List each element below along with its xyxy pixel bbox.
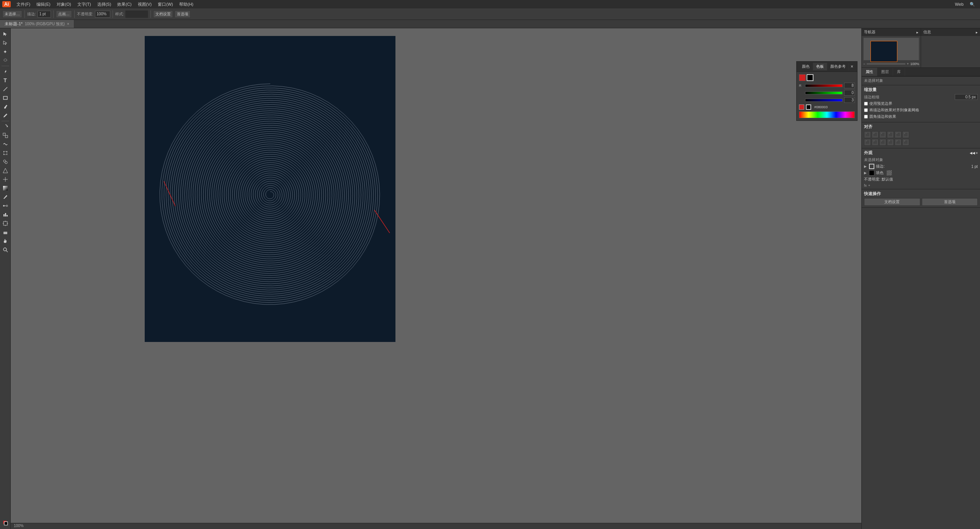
hex-value: #080003 — [814, 105, 828, 109]
rotate-tool[interactable] — [1, 122, 10, 131]
color-guide-tab[interactable]: 颜色参考 — [827, 63, 849, 70]
warp-tool[interactable] — [1, 140, 10, 148]
pencil-tool[interactable] — [1, 111, 10, 120]
search-web[interactable]: Web — [952, 1, 966, 7]
fill-indicator[interactable] — [799, 104, 804, 110]
menu-select[interactable]: 选择(S) — [95, 1, 114, 8]
navigator-header[interactable]: 导航器 ▸ — [862, 28, 921, 36]
selection-tool[interactable] — [1, 30, 10, 38]
opacity-input[interactable] — [95, 11, 110, 18]
menu-type[interactable]: 文字(T) — [75, 1, 94, 8]
navigator-zoom-slider[interactable] — [867, 63, 905, 65]
type-tool[interactable]: T — [1, 76, 10, 85]
gradient-tool[interactable] — [1, 184, 10, 192]
align-top-btn[interactable]: ⬛ — [887, 131, 894, 138]
align-left-btn[interactable]: ⬛ — [864, 131, 871, 138]
fill-color-swatch[interactable] — [869, 170, 874, 176]
menu-effect[interactable]: 效果(C) — [114, 1, 134, 8]
color-tab[interactable]: 颜色 — [799, 63, 813, 70]
mesh-tool[interactable] — [1, 175, 10, 184]
magic-wand-tool[interactable]: ✦ — [1, 47, 10, 56]
tab-properties[interactable]: 属性 — [862, 68, 877, 76]
appearance-menu[interactable]: ≡ — [976, 151, 978, 155]
free-transform-tool[interactable] — [1, 149, 10, 157]
slider-b-input[interactable] — [844, 97, 855, 103]
dist-vert-btn[interactable]: ⬛ — [872, 139, 879, 146]
info-header[interactable]: 信息 ▸ — [921, 28, 980, 36]
brush-tool[interactable] — [1, 103, 10, 111]
perspective-tool[interactable] — [1, 166, 10, 175]
menu-window[interactable]: 窗口(W) — [155, 1, 176, 8]
document-tab[interactable]: 未标题-1* 100% (RGB/GPU 预览) × — [0, 20, 74, 28]
color-spectrum-bar[interactable] — [799, 111, 855, 118]
search-input[interactable]: 🔍 — [967, 1, 978, 8]
add-stroke-btn[interactable]: + — [868, 184, 870, 187]
stroke-thickness-input[interactable] — [955, 94, 978, 100]
bottom-bar: 100% — [11, 523, 861, 529]
tab-libraries[interactable]: 库 — [893, 68, 905, 76]
dist-horiz2-btn[interactable]: ⬛ — [879, 139, 886, 146]
rounded-corners-check[interactable] — [864, 115, 868, 119]
scale-tool[interactable] — [1, 131, 10, 140]
tab-layers[interactable]: 图层 — [877, 68, 893, 76]
align-center-btn[interactable]: ⬛ — [872, 131, 879, 138]
color-panel-close[interactable]: × — [849, 64, 855, 69]
slider-g-track[interactable] — [805, 91, 843, 94]
style-picker[interactable] — [125, 10, 148, 18]
column-graph-tool[interactable] — [1, 210, 10, 219]
navigator-zoom-row: − + 100% — [863, 62, 919, 66]
fill-triangle: ▶ — [864, 171, 867, 175]
document-settings-btn[interactable]: 文档设置 — [153, 10, 173, 18]
eraser-tool[interactable] — [1, 228, 10, 236]
dist-vert2-btn[interactable]: ⬛ — [887, 139, 894, 146]
menu-file[interactable]: 文件(F) — [14, 1, 33, 8]
slider-r-input[interactable] — [844, 83, 855, 88]
fill-stroke-toggle[interactable] — [1, 518, 10, 527]
stroke-indicator[interactable] — [806, 104, 811, 110]
dist-horiz-btn[interactable]: ⬛ — [864, 139, 871, 146]
navigator-mini: 导航器 ▸ − + 100% — [862, 28, 921, 67]
artboard-tool[interactable] — [1, 219, 10, 228]
quick-document-settings-btn[interactable]: 文档设置 — [864, 198, 920, 206]
preferences-btn[interactable]: 首选项 — [175, 10, 191, 18]
zoom-tool[interactable] — [1, 246, 10, 254]
menu-object[interactable]: 对象(O) — [54, 1, 74, 8]
blend-tool[interactable] — [1, 202, 10, 210]
rounded-corners-label: 圆角描边和效果 — [869, 114, 896, 119]
slider-g-input[interactable] — [844, 90, 855, 96]
fx-label[interactable]: fx — [864, 184, 867, 187]
stroke-color-swatch[interactable] — [869, 164, 874, 169]
align-middle-btn[interactable]: ⬛ — [895, 131, 902, 138]
direct-selection-tool[interactable] — [1, 39, 10, 47]
preview-bounds-check[interactable] — [864, 102, 868, 106]
hand-tool[interactable] — [1, 237, 10, 245]
dist-horiz3-btn[interactable]: ⬛ — [895, 139, 902, 146]
align-right-btn[interactable]: ⬛ — [879, 131, 886, 138]
menu-help[interactable]: 帮助(H) — [176, 1, 196, 8]
canvas-area[interactable] — [11, 28, 861, 529]
align-section: 对齐 ⬛ ⬛ ⬛ ⬛ ⬛ ⬛ ⬛ ⬛ ⬛ ⬛ ⬛ ⬛ — [862, 122, 980, 148]
pen-tool[interactable] — [1, 67, 10, 76]
eyedropper-tool[interactable] — [1, 193, 10, 201]
shape-builder-tool[interactable] — [1, 158, 10, 166]
line-tool[interactable] — [1, 85, 10, 93]
menu-view[interactable]: 视图(V) — [135, 1, 155, 8]
swatches-tab[interactable]: 色板 — [813, 63, 827, 70]
menu-edit[interactable]: 编辑(E) — [34, 1, 53, 8]
fill-swatch[interactable] — [799, 74, 806, 81]
rectangle-tool[interactable] — [1, 94, 10, 102]
align-pixel-check[interactable] — [864, 108, 868, 112]
align-bottom-btn[interactable]: ⬛ — [902, 131, 909, 138]
lasso-tool[interactable] — [1, 56, 10, 65]
appearance-expand[interactable]: ◀◀ — [970, 151, 975, 155]
quick-preferences-btn[interactable]: 首选项 — [922, 198, 978, 206]
color-panel-header[interactable]: 颜色 色板 颜色参考 × — [797, 62, 857, 72]
stroke-triangle: ▶ — [864, 164, 867, 168]
tab-close-btn[interactable]: × — [67, 22, 69, 26]
stroke-swatch[interactable] — [807, 74, 813, 81]
dash-style[interactable]: 点画… — [56, 10, 72, 18]
slider-b-track[interactable] — [805, 99, 843, 102]
stroke-width-input[interactable] — [38, 11, 51, 18]
slider-r-track[interactable] — [805, 84, 843, 87]
dist-vert3-btn[interactable]: ⬛ — [902, 139, 909, 146]
